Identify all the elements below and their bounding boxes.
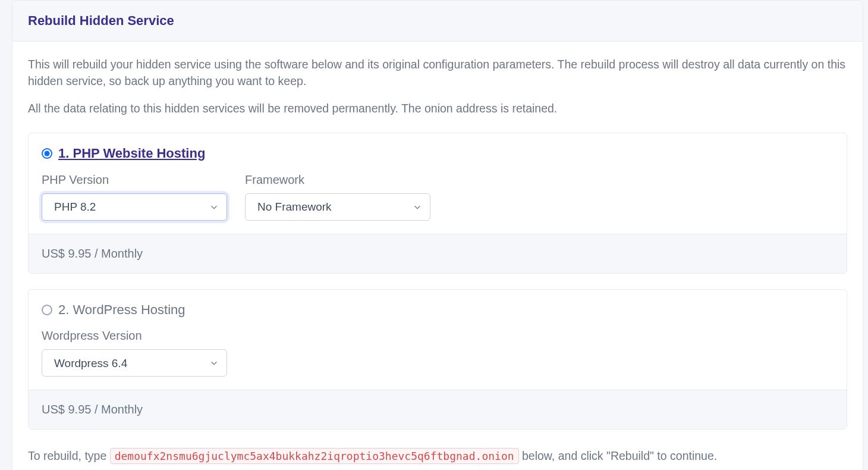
option-wordpress-top: 2. WordPress Hosting Wordpress Version W… [29,290,847,390]
option-php-hosting: 1. PHP Website Hosting PHP Version PHP 8… [28,133,847,274]
wordpress-version-value: Wordpress 6.4 [54,355,127,372]
option-wordpress-controls: Wordpress Version Wordpress 6.4 [42,327,834,377]
confirm-suffix: below, and click "Rebuild" to continue. [519,449,718,462]
framework-value: No Framework [257,199,332,215]
onion-address-code: demoufx2nsmu6gjuclymc5ax4bukkahz2iqropti… [110,448,519,464]
framework-control: Framework No Framework [245,171,430,221]
option-wordpress-hosting: 2. WordPress Hosting Wordpress Version W… [28,289,847,430]
rebuild-card: Rebuild Hidden Service This will rebuild… [12,0,863,470]
php-version-label: PHP Version [42,171,227,189]
framework-label: Framework [245,171,430,189]
card-body: This will rebuild your hidden service us… [12,42,863,470]
option-php-top: 1. PHP Website Hosting PHP Version PHP 8… [29,133,847,234]
option-php-price: US$ 9.95 / Monthly [29,234,847,273]
intro-text: This will rebuild your hidden service us… [28,56,847,117]
chevron-down-icon [210,203,218,211]
option-wordpress-title-row[interactable]: 2. WordPress Hosting [42,300,834,319]
option-php-title-row[interactable]: 1. PHP Website Hosting [42,144,834,163]
wordpress-version-control: Wordpress Version Wordpress 6.4 [42,327,227,377]
chevron-down-icon [210,359,218,367]
wordpress-version-select[interactable]: Wordpress 6.4 [42,349,227,377]
wordpress-version-label: Wordpress Version [42,327,227,344]
radio-php-hosting[interactable] [42,148,52,159]
confirm-instruction: To rebuild, type demoufx2nsmu6gjuclymc5a… [28,447,847,464]
option-wordpress-title: 2. WordPress Hosting [58,300,185,319]
php-version-select[interactable]: PHP 8.2 [42,193,227,221]
framework-select[interactable]: No Framework [245,193,430,221]
option-php-controls: PHP Version PHP 8.2 Framework [42,171,834,221]
php-version-control: PHP Version PHP 8.2 [42,171,227,221]
option-php-title: 1. PHP Website Hosting [58,144,205,163]
card-header: Rebuild Hidden Service [12,1,863,42]
intro-paragraph-2: All the data relating to this hidden ser… [28,100,847,117]
confirm-prefix: To rebuild, type [28,449,110,462]
intro-paragraph-1: This will rebuild your hidden service us… [28,56,847,90]
option-wordpress-price: US$ 9.95 / Monthly [29,390,847,429]
radio-wordpress-hosting[interactable] [42,305,52,315]
page-title: Rebuild Hidden Service [28,11,847,30]
php-version-value: PHP 8.2 [54,199,96,215]
chevron-down-icon [413,203,422,211]
